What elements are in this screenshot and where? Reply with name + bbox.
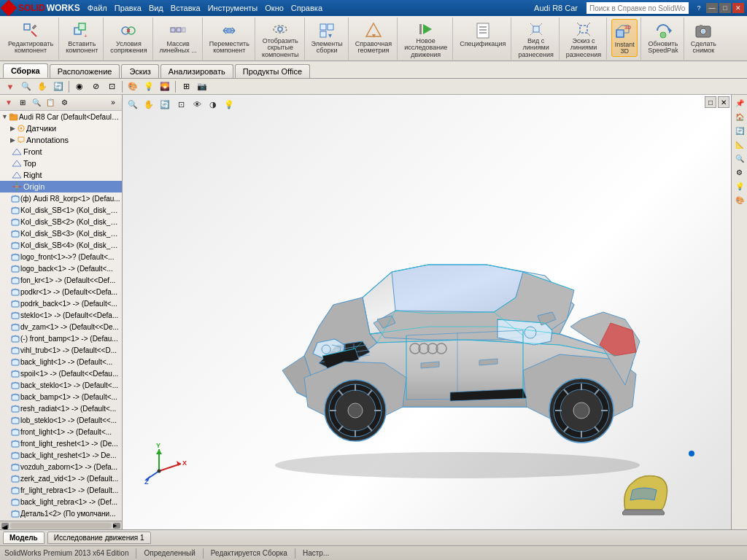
tree-item-kol1[interactable]: Kol_disk_SB<1> (Kol_disk_sh...	[0, 204, 122, 216]
tree-item-fon-kr[interactable]: fon_kr<1> -> (Default<<Def...	[0, 274, 122, 286]
feature-tree[interactable]: ▼ Audi R8 Car (Default<Default_D ▶ Датчи…	[0, 111, 122, 521]
assembly-elements-button[interactable]: ▾ Элементысборки	[309, 19, 345, 57]
menu-file[interactable]: Файл	[85, 3, 110, 13]
tree-item-steklo[interactable]: steklo<1> -> (Default<<Defa...	[0, 309, 122, 321]
tab-analizirovat[interactable]: Анализировать	[160, 64, 233, 78]
explode-sketch-button[interactable]: Эскиз слиниямиразнесения	[564, 19, 603, 57]
right-icon-measure[interactable]: 📐	[733, 138, 746, 151]
menu-help[interactable]: Справка	[288, 3, 325, 13]
tree-item-back-steklo[interactable]: back_steklo<1> -> (Default<...	[0, 379, 122, 391]
tree-item-front-light-reshet[interactable]: front_light_reshet<1> -> (De...	[0, 438, 122, 449]
right-icon-pin[interactable]: 📌	[733, 96, 746, 109]
view-zoom[interactable]: 🔍	[19, 80, 34, 93]
filter-toggle[interactable]: ▼	[3, 80, 18, 93]
tree-item-podrk-back[interactable]: podrk_back<1> -> (Default<...	[0, 298, 122, 309]
tree-item-lob-steklo[interactable]: lob_steklo<1> -> (Default<<...	[0, 414, 122, 426]
tree-item-resh-radiat[interactable]: resh_radiat<1> -> (Default<...	[0, 402, 122, 414]
maximize-button[interactable]: □	[719, 3, 731, 13]
tree-item-logo-back[interactable]: logo_back<1> -> (Default<...	[0, 262, 122, 274]
tree-item-right[interactable]: Right	[0, 169, 122, 181]
tree-item-dv-zam[interactable]: dv_zam<1> -> (Default<<De...	[0, 321, 122, 332]
vp-shading-btn[interactable]: ◑	[206, 98, 220, 111]
scroll-track[interactable]	[10, 523, 112, 529]
tree-item-front-bamp[interactable]: (-) front_bamp<1> -> (Defau...	[0, 332, 122, 344]
tree-item-front-light[interactable]: front_light<1> -> (Default<...	[0, 426, 122, 438]
mate-button[interactable]: Условиясопряжения	[108, 19, 149, 57]
new-motion-button[interactable]: Новоеисследованиедвижения	[402, 19, 449, 57]
tree-item-detail[interactable]: Деталь1<2> (По умолчани...	[0, 508, 122, 519]
menu-edit[interactable]: Правка	[112, 3, 144, 13]
right-icon-light[interactable]: 💡	[733, 179, 746, 192]
tab-eskiz[interactable]: Эскиз	[121, 64, 158, 78]
scroll-left-btn[interactable]: ◀	[1, 523, 9, 529]
tree-item-back-light[interactable]: back_light<1> -> (Default<...	[0, 356, 122, 368]
menu-tools[interactable]: Инструменты	[205, 3, 261, 13]
tab-raspolojenie[interactable]: Расположение	[50, 64, 120, 78]
move-component-button[interactable]: Переместитькомпонент	[207, 19, 252, 57]
panel-btn-2[interactable]: 🔍	[30, 96, 43, 109]
tree-item-vihl-trub[interactable]: vihl_trub<1> -> (Default<<D...	[0, 344, 122, 356]
tree-item-logo-front[interactable]: logo_front<1>->? (Default<...	[0, 251, 122, 262]
update-speedpak-button[interactable]: ОбновитьSpeedPak	[646, 19, 681, 57]
tab-office[interactable]: Продукты Office	[235, 64, 310, 78]
vp-rotate-btn[interactable]: 🔄	[158, 98, 172, 111]
menu-view[interactable]: Вид	[146, 3, 166, 13]
right-icon-rotate[interactable]: 🔄	[733, 124, 746, 137]
view-rotate[interactable]: 🔄	[51, 80, 66, 93]
tree-item-root[interactable]: ▼ Audi R8 Car (Default<Default_D	[0, 111, 122, 122]
tree-item-spoil[interactable]: spoil<1> -> (Default<<Defau...	[0, 368, 122, 379]
tree-item-kol4[interactable]: Kol_disk_SB<4> (Kol_disk_sh...	[0, 239, 122, 251]
tree-item-podkr[interactable]: podkr<1> -> (Default<<Defa...	[0, 286, 122, 298]
edit-component-button[interactable]: Редактироватькомпонент	[6, 19, 55, 57]
expand-sensors[interactable]: ▶	[10, 125, 15, 132]
3d-viewport[interactable]: 🔍 ✋ 🔄 ⊡ 👁 ◑ 💡 □ ✕	[123, 95, 731, 529]
tree-item-vozduh[interactable]: vozduh_zaborn<1> -> (Defa...	[0, 461, 122, 472]
instant3d-button[interactable]: 3D Instant3D	[611, 19, 638, 57]
view-mode[interactable]: ◉	[72, 80, 87, 93]
scroll-right-btn[interactable]: ▶	[113, 523, 120, 529]
linear-pattern-button[interactable]: Масcивлинейных ...	[158, 19, 199, 57]
tree-item-back-light-reshet[interactable]: back_light_reshet<1> -> De...	[0, 449, 122, 461]
explode-view-button[interactable]: Вид слиниямиразнесения	[516, 19, 555, 57]
help-button[interactable]: ?	[693, 3, 705, 13]
snapshot-button[interactable]: Сделатьснимок	[689, 19, 719, 57]
bottom-tab-motion[interactable]: Исследование движения 1	[47, 532, 151, 544]
specification-button[interactable]: Спецификация	[457, 19, 508, 57]
appearance[interactable]: 🎨	[125, 80, 140, 93]
vp-zoom-btn[interactable]: 🔍	[125, 98, 140, 111]
panel-btn-1[interactable]: ⊞	[16, 96, 29, 109]
tree-item-front[interactable]: Front	[0, 146, 122, 158]
panel-filter-icon[interactable]: ▼	[2, 96, 15, 109]
minimize-button[interactable]: —	[706, 3, 718, 13]
vp-pan-btn[interactable]: ✋	[142, 98, 156, 111]
vp-orient-btn[interactable]: ⊡	[174, 98, 188, 111]
show-hidden-button[interactable]: Отобразитьскрытыекомпоненты	[260, 19, 301, 57]
grid[interactable]: ⊞	[179, 80, 193, 93]
panel-expand[interactable]: »	[107, 96, 120, 109]
vp-view-btn[interactable]: 👁	[190, 98, 204, 111]
tree-item-korp[interactable]: (ф) Audi R8_korp<1> (Defau...	[0, 192, 122, 204]
tree-item-annotations[interactable]: ▶ Annotations	[0, 134, 122, 146]
close-button[interactable]: ✕	[732, 3, 744, 13]
tree-item-zerk-zad[interactable]: zerk_zad_vid<1> -> (Default...	[0, 472, 122, 484]
right-icon-settings[interactable]: ⚙	[733, 166, 746, 179]
tree-item-back-bamp[interactable]: back_bamp<1> -> (Default<...	[0, 391, 122, 402]
bottom-tab-model[interactable]: Модель	[3, 532, 44, 544]
expand-root[interactable]: ▼	[1, 113, 8, 120]
right-icon-color[interactable]: 🎨	[733, 193, 746, 206]
tree-item-kol2[interactable]: Kol_disk_SB<2> (Kol_disk_sh...	[0, 216, 122, 228]
tree-horizontal-scroll[interactable]: ◀ ▶	[0, 521, 122, 529]
section-view[interactable]: ⊘	[88, 80, 103, 93]
lights[interactable]: 💡	[142, 80, 156, 93]
expand-annotations[interactable]: ▶	[10, 136, 15, 144]
menu-window[interactable]: Окно	[262, 3, 287, 13]
scene[interactable]: 🌄	[158, 80, 172, 93]
help-search-input[interactable]	[587, 2, 689, 14]
snapshot2[interactable]: 📷	[195, 80, 209, 93]
tree-item-origin[interactable]: Origin	[0, 181, 122, 192]
panel-btn-4[interactable]: ⚙	[58, 96, 71, 109]
insert-component-button[interactable]: + Вставитькомпонент	[63, 19, 100, 57]
tree-item-sensors[interactable]: ▶ Датчики	[0, 122, 122, 134]
tree-item-back-light-rebra[interactable]: back_light_rebra<1> -> (Def...	[0, 496, 122, 508]
view-pan[interactable]: ✋	[35, 80, 50, 93]
